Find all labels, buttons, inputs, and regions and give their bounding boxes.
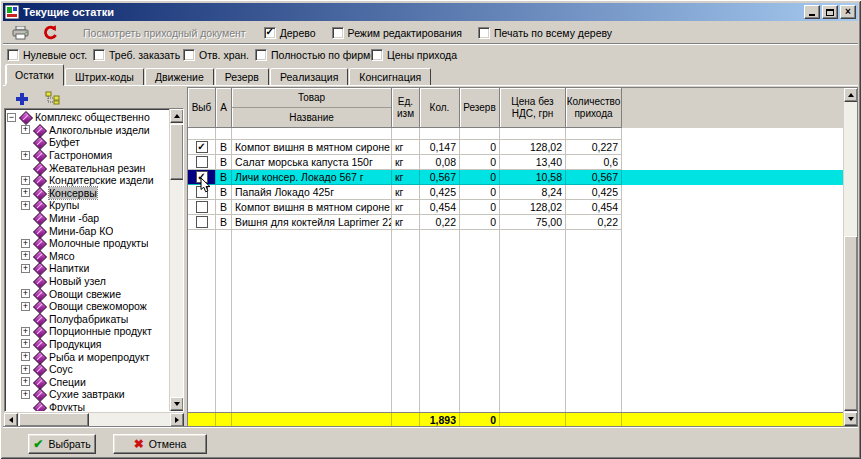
tree-item[interactable]: +Кондитерские издели bbox=[7, 174, 167, 187]
scroll-up-button[interactable] bbox=[844, 88, 858, 102]
grid-vertical-scrollbar[interactable] bbox=[843, 88, 857, 426]
table-row[interactable]: ВПапайя Локадо 425гкг0,42508,240,425 bbox=[188, 185, 843, 200]
table-row[interactable]: ВСалат морська капуста 150гкг0,08013,400… bbox=[188, 155, 843, 170]
refresh-button[interactable] bbox=[39, 24, 61, 42]
tree-item[interactable]: +Сухие завтраки bbox=[7, 388, 167, 401]
tree-item[interactable]: +Алкогольные издели bbox=[7, 124, 167, 137]
tree-item[interactable]: +Рыба и морепродукт bbox=[7, 350, 167, 363]
tree-item[interactable]: Фрукты bbox=[7, 401, 167, 412]
checkbox-box[interactable] bbox=[7, 49, 19, 61]
expand-icon[interactable]: + bbox=[21, 176, 30, 185]
tree-item[interactable]: Буфет bbox=[7, 136, 167, 149]
row-checkbox[interactable] bbox=[196, 216, 208, 228]
header-unit[interactable]: Ед. изм bbox=[392, 88, 420, 128]
table-row[interactable]: ВКомпот вишня в мятном сироне 227млкг0,4… bbox=[188, 200, 843, 215]
header-product-name[interactable]: Товар Название bbox=[232, 88, 392, 128]
expand-icon[interactable]: + bbox=[21, 289, 30, 298]
tree-item[interactable]: +Консервы bbox=[7, 187, 167, 200]
checkbox-box[interactable] bbox=[371, 49, 383, 61]
expand-icon[interactable]: + bbox=[21, 125, 30, 134]
tree-horizontal-scrollbar[interactable] bbox=[4, 413, 184, 427]
expand-icon[interactable]: + bbox=[21, 327, 30, 336]
checkbox-box[interactable] bbox=[264, 27, 276, 39]
scroll-right-button[interactable] bbox=[170, 413, 184, 427]
row-checkbox[interactable] bbox=[196, 156, 208, 168]
tree-item[interactable]: Новый узел bbox=[7, 275, 167, 288]
checkbox-r2-4[interactable]: Полностью по фирме bbox=[255, 49, 371, 61]
header-a[interactable]: А bbox=[216, 88, 232, 128]
tree-item[interactable]: Жевательная резин bbox=[7, 161, 167, 174]
row-select-cell[interactable] bbox=[188, 215, 216, 230]
scroll-thumb[interactable] bbox=[170, 124, 184, 180]
checkbox-r1-3[interactable]: Печать по всему дереву bbox=[478, 27, 612, 39]
table-row[interactable]: ВВишня для коктейля Laprimer 220гкг0,220… bbox=[188, 215, 843, 230]
expand-icon[interactable]: + bbox=[21, 201, 30, 210]
expand-icon[interactable]: + bbox=[21, 377, 30, 386]
expand-icon[interactable]: + bbox=[21, 365, 30, 374]
tree-item[interactable]: +Молочные продукты bbox=[7, 237, 167, 250]
row-select-cell[interactable] bbox=[188, 200, 216, 215]
expand-icon[interactable]: + bbox=[21, 188, 30, 197]
row-select-cell[interactable] bbox=[188, 170, 216, 185]
maximize-button[interactable] bbox=[822, 5, 838, 19]
checkbox-box[interactable] bbox=[183, 49, 195, 61]
header-qty[interactable]: Кол. bbox=[420, 88, 460, 128]
checkbox-r2-5[interactable]: Цены прихода bbox=[371, 49, 457, 61]
tab-6[interactable]: Консигнация bbox=[349, 68, 431, 86]
tree-item[interactable]: −Комплекс общественно bbox=[7, 111, 167, 124]
tree-item[interactable]: Мини -бар bbox=[7, 212, 167, 225]
cancel-button[interactable]: ✖ Отмена bbox=[113, 434, 207, 454]
scroll-up-button[interactable] bbox=[170, 109, 184, 123]
checkbox-r2-2[interactable]: Треб. заказать bbox=[93, 49, 183, 61]
tab-5[interactable]: Реализация bbox=[270, 68, 348, 86]
tab-1[interactable]: Остатки bbox=[5, 64, 64, 86]
tree-view-button[interactable] bbox=[42, 89, 64, 107]
tree-item[interactable]: Мини-бар КО bbox=[7, 224, 167, 237]
expand-icon[interactable]: + bbox=[21, 339, 30, 348]
scroll-down-button[interactable] bbox=[844, 412, 858, 426]
expand-icon[interactable]: + bbox=[21, 151, 30, 160]
tree-vertical-scrollbar[interactable] bbox=[169, 109, 183, 411]
checkbox-box[interactable] bbox=[478, 27, 490, 39]
tree-item[interactable]: +Порционные продукт bbox=[7, 325, 167, 338]
header-reserve[interactable]: Резерв bbox=[460, 88, 500, 128]
tree-item[interactable]: Полуфабрикаты bbox=[7, 313, 167, 326]
checkbox-box[interactable] bbox=[255, 49, 267, 61]
expand-icon[interactable]: + bbox=[21, 302, 30, 311]
tree-item[interactable]: +Крупы bbox=[7, 199, 167, 212]
tree-item[interactable]: +Продукция bbox=[7, 338, 167, 351]
checkbox-r2-1[interactable]: Нулевые ост. bbox=[7, 49, 93, 61]
tab-2[interactable]: Штрих-коды bbox=[65, 68, 144, 86]
row-checkbox[interactable] bbox=[196, 141, 208, 153]
checkbox-r2-3[interactable]: Отв. хран. bbox=[183, 49, 255, 61]
table-row[interactable]: ВКомпот вишня в мятном сироне 227млкг0,1… bbox=[188, 140, 843, 155]
row-select-cell[interactable] bbox=[188, 155, 216, 170]
header-product[interactable]: Товар bbox=[232, 88, 391, 108]
table-row[interactable]: ВЛичи консер. Локадо 567 гкг0,567010,580… bbox=[188, 170, 843, 185]
tab-3[interactable]: Движение bbox=[145, 68, 214, 86]
tree-item[interactable]: +Овощи свежие bbox=[7, 287, 167, 300]
checkbox-r1-2[interactable]: Режим редактирования bbox=[332, 27, 462, 39]
row-select-cell[interactable] bbox=[188, 140, 216, 155]
collapse-icon[interactable]: − bbox=[7, 113, 16, 122]
tree-item[interactable]: +Мясо bbox=[7, 250, 167, 263]
tree-item[interactable]: +Специи bbox=[7, 375, 167, 388]
tree-item[interactable]: +Овощи свежоморож bbox=[7, 300, 167, 313]
scroll-left-button[interactable] bbox=[4, 413, 18, 427]
header-name[interactable]: Название bbox=[232, 108, 391, 128]
row-checkbox[interactable] bbox=[196, 201, 208, 213]
minimize-button[interactable] bbox=[804, 5, 820, 19]
scroll-down-button[interactable] bbox=[170, 397, 184, 411]
checkbox-r1-1[interactable]: Дерево bbox=[264, 27, 316, 39]
close-button[interactable]: × bbox=[840, 5, 856, 19]
expand-icon[interactable]: + bbox=[21, 390, 30, 399]
scroll-thumb[interactable] bbox=[844, 236, 858, 411]
tab-4[interactable]: Резерв bbox=[215, 68, 269, 86]
tree-item[interactable]: +Гастрономия bbox=[7, 149, 167, 162]
select-button[interactable]: ✔ Выбрать bbox=[28, 434, 96, 454]
checkbox-box[interactable] bbox=[332, 27, 344, 39]
header-income-qty[interactable]: Количество прихода bbox=[566, 88, 622, 128]
add-node-button[interactable] bbox=[10, 89, 32, 107]
tree-item[interactable]: +Напитки bbox=[7, 262, 167, 275]
header-price[interactable]: Цена без НДС, грн bbox=[500, 88, 566, 128]
